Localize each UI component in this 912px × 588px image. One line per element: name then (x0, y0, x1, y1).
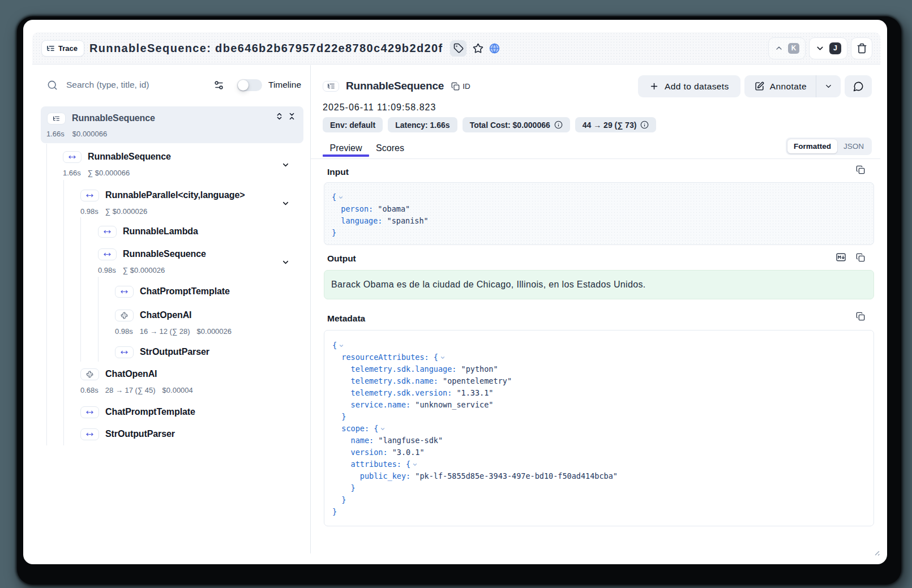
input-section-label: Input (327, 167, 349, 177)
collapse-node-button[interactable] (281, 258, 290, 267)
collapse-node-button[interactable] (281, 199, 290, 208)
json-line: } (332, 482, 866, 494)
json-line: telemetry.sdk.language: "python" (332, 363, 866, 375)
move-horizontal-icon (68, 153, 76, 161)
plus-icon (649, 81, 659, 91)
tree-node-stroutputparser[interactable]: StrOutputParser (115, 341, 209, 363)
metadata-section-actions (856, 312, 865, 321)
tree-node-duration: 1.66s (46, 130, 65, 138)
info-icon[interactable] (554, 121, 563, 129)
copy-icon[interactable] (856, 165, 865, 174)
observation-tree: RunnableSequence1.66s$0.000066RunnableSe… (32, 65, 310, 557)
detail-tabs: Preview Scores Formatted JSON (311, 138, 880, 159)
collapse-json-icon[interactable] (338, 195, 344, 200)
next-trace-button[interactable]: J (809, 37, 847, 59)
span-icon-pill (115, 346, 134, 358)
collapse-json-icon[interactable] (440, 355, 446, 360)
list-tree-icon (53, 115, 60, 122)
span-icon-pill (63, 151, 82, 163)
tag-icon (453, 43, 464, 53)
format-toggle-formatted[interactable]: Formatted (787, 139, 837, 153)
collapse-json-icon[interactable] (380, 426, 386, 432)
tags-button[interactable] (450, 40, 466, 57)
resize-grip[interactable] (873, 549, 880, 556)
tree-node-label: ChatPromptTemplate (140, 286, 230, 297)
edit-icon (755, 81, 764, 91)
json-line: scope: { (332, 423, 866, 435)
tree-node-label: StrOutputParser (105, 429, 175, 439)
json-line: service.name: "unknown_service" (332, 399, 866, 411)
move-horizontal-icon (86, 431, 93, 438)
copy-icon[interactable] (856, 312, 865, 321)
fan-icon (86, 371, 93, 378)
annotate-dropdown-button[interactable] (816, 75, 841, 97)
app-window: Trace RunnableSequence: dbe646b2b67957d2… (23, 20, 887, 564)
list-tree-icon (46, 44, 55, 53)
json-line: person: "obama" (332, 203, 866, 215)
tree-node-label: RunnableSequence (123, 249, 206, 259)
delete-trace-button[interactable] (851, 37, 872, 59)
span-icon-pill (80, 190, 99, 201)
kbd-k: K (788, 43, 799, 54)
json-line: } (332, 494, 866, 506)
star-icon (473, 43, 483, 54)
tab-scores[interactable]: Scores (370, 140, 410, 156)
chevron-down-icon (815, 44, 825, 53)
collapse-json-icon[interactable] (412, 462, 418, 467)
tree-node-runnablesequence[interactable]: RunnableSequence (98, 243, 206, 265)
chevron-up-icon (774, 44, 783, 53)
trace-type-badge: Trace (41, 40, 84, 57)
tree-node-label: ChatPromptTemplate (105, 407, 195, 417)
add-to-datasets-button[interactable]: Add to datasets (638, 75, 740, 97)
tree-node-chatprompttemplate[interactable]: ChatPromptTemplate (80, 401, 195, 423)
json-line: public_key: "pk-lf-5855d85e-3943-497e-bd… (332, 470, 866, 482)
collapse-json-icon[interactable] (339, 343, 344, 349)
json-line: { (332, 191, 866, 203)
observation-tree-sidebar: Timeline RunnableSequence1.66s$0.000066R… (32, 65, 310, 557)
tree-node-metrics: 0.98s∑ $0.000026 (80, 204, 147, 218)
json-line: } (332, 506, 866, 518)
tree-node-stroutputparser[interactable]: StrOutputParser (80, 423, 175, 445)
tree-node-metrics: 0.98s16 → 12 (∑ 28)$0.000026 (115, 324, 232, 338)
annotate-button[interactable]: Annotate (744, 81, 816, 92)
format-toggle: Formatted JSON (786, 138, 872, 155)
main-content: Timeline RunnableSequence1.66s$0.000066R… (32, 65, 880, 557)
input-json-viewer[interactable]: { person: "obama" language: "spanish"} (324, 182, 874, 245)
collapse-all-icon[interactable] (288, 112, 296, 121)
collapse-node-button[interactable] (281, 161, 290, 169)
tree-node-runnableparallel-city-language-[interactable]: RunnableParallel<city,language> (80, 184, 245, 207)
metadata-json-viewer[interactable]: { resourceAttributes: { telemetry.sdk.la… (324, 330, 874, 526)
chevron-down-icon (824, 82, 833, 91)
tree-node-chatopenai[interactable]: ChatOpenAI (115, 304, 191, 327)
json-line: language: "spanish" (332, 215, 866, 227)
format-toggle-json[interactable]: JSON (837, 139, 870, 153)
bookmark-button[interactable] (470, 40, 486, 57)
expand-all-icon[interactable] (275, 112, 284, 121)
trace-icon-pill (47, 113, 66, 125)
tree-node-trace-root[interactable]: RunnableSequence1.66s$0.000066 (41, 106, 303, 143)
tree-node-chatprompttemplate[interactable]: ChatPromptTemplate (115, 280, 230, 303)
tree-node-label: StrOutputParser (140, 347, 209, 357)
tree-node-runnablelambda[interactable]: RunnableLambda (98, 220, 198, 243)
trace-detail-pane: RunnableSequence ID Add to datasets (311, 65, 880, 557)
public-globe-icon[interactable] (489, 43, 500, 54)
move-horizontal-icon (121, 349, 128, 356)
tree-node-runnablesequence[interactable]: RunnableSequence (63, 145, 171, 168)
tree-node-chatopenai[interactable]: ChatOpenAI (80, 363, 157, 385)
list-tree-icon (327, 82, 335, 90)
copy-icon[interactable] (856, 253, 865, 262)
json-line: telemetry.sdk.name: "opentelemetry" (332, 375, 866, 387)
copy-icon (451, 82, 460, 91)
observation-stats-chips: Env: defaultLatency: 1.66sTotal Cost: $0… (323, 117, 656, 132)
output-content: Barack Obama es de la ciudad de Chicago,… (324, 270, 874, 299)
tab-preview[interactable]: Preview (323, 140, 369, 156)
id-label: ID (463, 82, 470, 91)
comments-button[interactable] (845, 75, 872, 97)
prev-trace-button[interactable]: K (768, 37, 806, 59)
active-tab-indicator (323, 154, 369, 157)
markdown-toggle-icon[interactable] (836, 252, 846, 263)
stat-chip: Latency: 1.66s (388, 117, 457, 132)
copy-id-button[interactable]: ID (451, 82, 470, 91)
kbd-j: J (829, 42, 841, 54)
info-icon[interactable] (640, 121, 649, 129)
